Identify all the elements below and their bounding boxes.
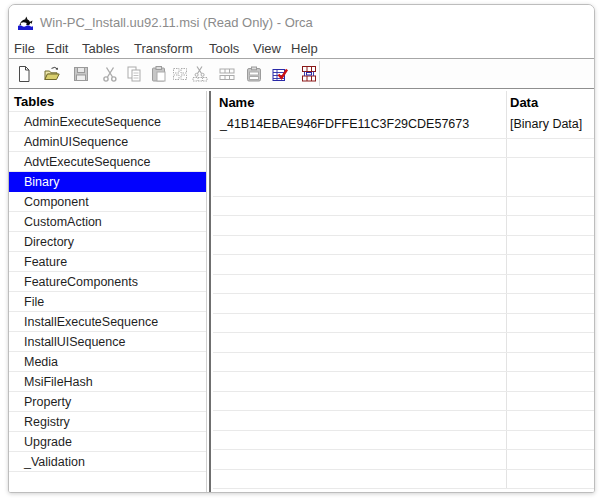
menu-view[interactable]: View (253, 39, 281, 59)
column-header-data[interactable]: Data (510, 91, 538, 114)
table-grid-panel: Name Data _41B14EBAE946FDFFE11C3F29CDE57… (213, 91, 594, 492)
save-button[interactable] (72, 65, 90, 83)
window-title: Win-PC_Install.uu92.11.msi (Read Only) -… (40, 15, 313, 30)
table-list-item[interactable]: Directory (9, 232, 206, 252)
title-bar: Win-PC_Install.uu92.11.msi (Read Only) -… (9, 5, 594, 39)
open-button[interactable] (43, 65, 61, 83)
save-floppy-icon (72, 65, 90, 83)
grid-empty-rows (213, 119, 594, 490)
table-list-item[interactable]: AdvtExecuteSequence (9, 152, 206, 172)
cut-rows-icon (191, 65, 209, 83)
copy-rows-icon (218, 65, 236, 83)
main-content: Tables AdminExecuteSequence AdminUISeque… (9, 91, 594, 492)
menu-bar: File Edit Tables Transform Tools View He… (9, 39, 594, 59)
new-document-icon (15, 65, 33, 83)
table-list-item[interactable]: InstallUISequence (9, 332, 206, 352)
orca-window: Win-PC_Install.uu92.11.msi (Read Only) -… (8, 4, 595, 493)
table-list-item[interactable]: Registry (9, 412, 206, 432)
table-list-item[interactable]: InstallExecuteSequence (9, 312, 206, 332)
table-list-item[interactable]: Upgrade (9, 432, 206, 452)
tables-panel: Tables AdminExecuteSequence AdminUISeque… (9, 91, 206, 492)
toolbar (9, 59, 594, 89)
cut-button[interactable] (101, 65, 119, 83)
copy-pages-icon (125, 65, 143, 83)
grid-row-name-cell[interactable]: _41B14EBAE946FDFFE11C3F29CDE57673 (220, 115, 469, 134)
export-tables-icon (300, 65, 318, 83)
table-list-item[interactable]: _Validation (9, 452, 206, 472)
new-button[interactable] (15, 65, 33, 83)
cut-rows-button[interactable] (191, 65, 209, 83)
menu-tables[interactable]: Tables (82, 39, 120, 59)
cut-scissors-icon (101, 65, 119, 83)
menu-edit[interactable]: Edit (46, 39, 68, 59)
table-list-item[interactable]: MsiFileHash (9, 372, 206, 392)
toolbar-separator (319, 61, 320, 86)
paste-clipboard-icon (150, 65, 168, 83)
paste-special-button[interactable] (171, 65, 189, 83)
menu-file[interactable]: File (14, 39, 35, 59)
table-list-item[interactable]: AdminUISequence (9, 132, 206, 152)
table-list-item[interactable]: AdminExecuteSequence (9, 112, 206, 132)
paste-rows-icon (245, 65, 263, 83)
validate-button[interactable] (271, 65, 289, 83)
export-tables-button[interactable] (300, 65, 318, 83)
menu-transform[interactable]: Transform (134, 39, 193, 59)
table-list-item[interactable]: FeatureComponents (9, 272, 206, 292)
table-list-item[interactable]: Property (9, 392, 206, 412)
copy-button[interactable] (125, 65, 143, 83)
paste-rows-button[interactable] (245, 65, 263, 83)
copy-rows-button[interactable] (218, 65, 236, 83)
validate-table-check-icon (271, 65, 289, 83)
column-header-name[interactable]: Name (219, 91, 254, 114)
grid-row-data-cell[interactable]: [Binary Data] (510, 115, 582, 134)
orca-whale-icon (17, 14, 34, 31)
table-list-item[interactable]: CustomAction (9, 212, 206, 232)
open-folder-icon (43, 65, 61, 83)
menu-tools[interactable]: Tools (209, 39, 239, 59)
table-list-item[interactable]: Media (9, 352, 206, 372)
table-list-item-selected[interactable]: Binary (9, 172, 206, 192)
table-list-item[interactable]: Feature (9, 252, 206, 272)
table-list-item[interactable]: File (9, 292, 206, 312)
paste-special-icon (171, 65, 189, 83)
paste-button[interactable] (150, 65, 168, 83)
tables-panel-header: Tables (9, 91, 206, 112)
table-list-item[interactable]: Component (9, 192, 206, 212)
menu-help[interactable]: Help (291, 39, 318, 59)
